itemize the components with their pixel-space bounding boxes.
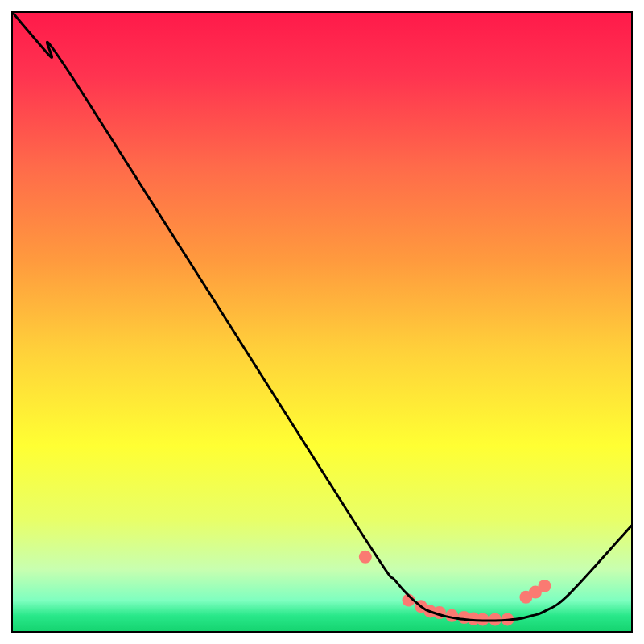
curve-marker: [359, 551, 372, 564]
chart-background: [13, 13, 631, 631]
chart-frame: TheBottleneck.com: [11, 11, 633, 633]
chart-canvas: [13, 13, 631, 631]
curve-marker: [539, 580, 551, 592]
